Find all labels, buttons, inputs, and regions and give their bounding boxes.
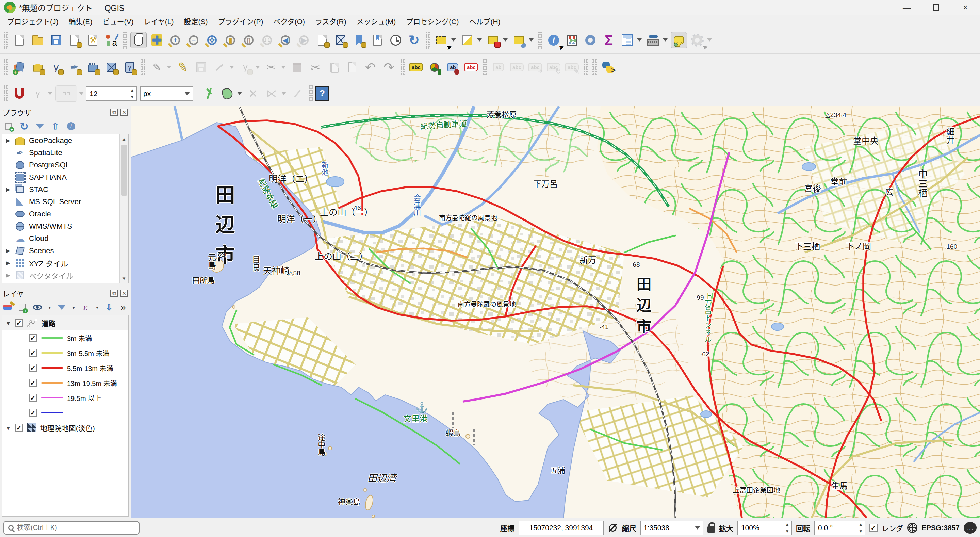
cut-features-button[interactable]: ✂ xyxy=(307,59,324,76)
modify-attributes-button[interactable]: ✂ xyxy=(263,59,279,76)
layer-labeling-button[interactable]: abc xyxy=(408,59,424,76)
lock-scale-icon[interactable] xyxy=(708,526,715,532)
legend-checkbox[interactable]: ✓ xyxy=(29,334,37,342)
layers-filter-expression-button[interactable]: ε xyxy=(82,302,89,312)
browser-item-xyz[interactable]: ▶XYZ タイル xyxy=(2,257,128,269)
zoom-full-extent-button[interactable]: ✥ xyxy=(204,32,220,48)
browser-item-vectortile[interactable]: ▶ベクタタイル xyxy=(2,269,128,281)
statistical-summary-button[interactable] xyxy=(564,32,580,48)
temporal-controller-button[interactable] xyxy=(388,32,404,48)
pin-unpin-labels-button[interactable]: ab xyxy=(490,59,507,76)
toolbar-grip[interactable] xyxy=(309,85,313,102)
show-hide-labels-button[interactable]: abc xyxy=(509,59,525,76)
rotation-spinbox[interactable]: 0.0 ° ▲▼ xyxy=(814,521,865,535)
self-snapping-dropdown[interactable] xyxy=(282,92,286,95)
layer-checkbox[interactable]: ✓ xyxy=(15,424,23,432)
new-project-button[interactable] xyxy=(11,32,27,48)
browser-item-spatialite[interactable]: ✒SpatiaLite xyxy=(2,147,128,159)
snapping-type-button[interactable] xyxy=(56,85,77,102)
layers-overflow-button[interactable]: » xyxy=(119,302,127,312)
layers-visibility-button[interactable] xyxy=(33,302,42,312)
new-virtual-layer-button[interactable] xyxy=(85,59,101,76)
zoom-in-button[interactable]: + xyxy=(167,32,183,48)
rotate-label-button[interactable]: abc↻ xyxy=(546,59,562,76)
browser-scrollbar[interactable]: ▲ ▼ xyxy=(119,134,128,283)
pan-to-selection-button[interactable]: ✚ xyxy=(149,32,165,48)
modify-attributes-dropdown[interactable] xyxy=(281,66,286,69)
new-print-layout-button[interactable] xyxy=(66,32,83,48)
show-spatial-bookmarks-button[interactable] xyxy=(369,32,385,48)
deselect-all-button[interactable] xyxy=(485,32,501,48)
zoom-to-selection-button[interactable]: ▯ xyxy=(240,32,257,48)
legend-item[interactable]: ✓ 3m 未満 xyxy=(2,330,128,346)
map-canvas[interactable]: 田辺市 田辺市 明洋（二） 明洋（一） 上の山（一） 上の山（二） 天神崎 目良… xyxy=(131,106,980,518)
avoid-overlap-dropdown[interactable] xyxy=(237,92,242,95)
zoom-next-button[interactable]: ▶ xyxy=(296,32,312,48)
menu-processing[interactable]: プロセシング(C) xyxy=(401,15,464,27)
toolbar-grip[interactable] xyxy=(141,59,146,76)
locator-search[interactable] xyxy=(3,521,140,535)
select-features-dropdown[interactable] xyxy=(451,38,456,41)
crs-globe-icon[interactable] xyxy=(907,523,917,533)
menu-vector[interactable]: ベクタ(O) xyxy=(269,15,310,27)
legend-item[interactable]: ✓ 13m-19.5m 未満 xyxy=(2,375,128,390)
menu-raster[interactable]: ラスタ(R) xyxy=(310,15,352,27)
measure-button[interactable] xyxy=(645,32,661,48)
style-manager-button[interactable]: a xyxy=(103,32,119,48)
menu-edit[interactable]: 編集(E) xyxy=(64,15,98,27)
select-by-location-button[interactable] xyxy=(511,32,527,48)
zoom-last-button[interactable]: ◀ xyxy=(277,32,294,48)
new-gpx-layer-button[interactable]: γ xyxy=(121,59,138,76)
layer-diagram-button[interactable] xyxy=(426,59,443,76)
toolbar-grip[interactable] xyxy=(425,31,430,49)
snapping-mode-dropdown[interactable] xyxy=(48,92,52,95)
save-layer-edits-button[interactable] xyxy=(193,59,209,76)
refresh-map-button[interactable]: ↻ xyxy=(406,32,422,48)
map-tips-button[interactable] xyxy=(671,32,687,48)
digitize-dropdown[interactable] xyxy=(229,66,234,69)
pin-labels-button[interactable]: ab xyxy=(445,59,461,76)
browser-item-oracle[interactable]: Oracle xyxy=(2,208,128,220)
browser-add-layer-button[interactable]: + xyxy=(3,121,14,131)
toolbar-grip[interactable] xyxy=(482,59,487,76)
paste-features-button[interactable] xyxy=(344,59,360,76)
vertex-tool-button[interactable]: γ xyxy=(237,59,253,76)
toolbar-grip[interactable] xyxy=(3,85,8,102)
new-geopackage-layer-button[interactable] xyxy=(30,59,46,76)
deselect-all-dropdown[interactable] xyxy=(503,38,508,41)
self-snapping-button[interactable]: ⋉ xyxy=(263,85,280,102)
browser-collapse-all-button[interactable]: ⇧ xyxy=(50,121,60,131)
processing-toolbox-button[interactable] xyxy=(582,32,598,48)
browser-properties-button[interactable]: i xyxy=(66,121,76,131)
change-label-button[interactable]: abc✎ xyxy=(564,59,580,76)
legend-checkbox[interactable]: ✓ xyxy=(29,364,37,372)
topological-editing-button[interactable] xyxy=(201,85,217,102)
help-button[interactable]: ? xyxy=(315,86,329,101)
legend-checkbox[interactable]: ✓ xyxy=(29,394,37,402)
menu-settings[interactable]: 設定(S) xyxy=(179,15,213,27)
extents-icon[interactable] xyxy=(608,523,618,533)
scroll-thumb[interactable] xyxy=(121,145,127,196)
legend-item[interactable]: ✓ 19.5m 以上 xyxy=(2,390,128,405)
coordinate-input[interactable]: 15070232, 3991394 xyxy=(519,521,604,535)
current-edits-dropdown[interactable] xyxy=(167,66,172,69)
menu-help[interactable]: ヘルプ(H) xyxy=(464,15,505,27)
legend-item[interactable]: ✓ xyxy=(2,405,128,420)
attribute-table-dropdown[interactable] xyxy=(637,38,642,41)
toolbar-grip[interactable] xyxy=(3,31,8,49)
snapping-intersection-button[interactable]: ✕ xyxy=(245,85,261,102)
layer-row-roads[interactable]: ▼ ✓ 道路 xyxy=(2,316,128,330)
snapping-type-dropdown[interactable] xyxy=(79,92,84,95)
layers-float-button[interactable]: ⧉ xyxy=(110,290,118,297)
avoid-overlap-button[interactable] xyxy=(219,85,235,102)
toolbar-grip[interactable] xyxy=(592,59,597,76)
new-shapefile-layer-button[interactable]: γ xyxy=(48,59,64,76)
browser-item-sap-hana[interactable]: SAP HANA xyxy=(2,171,128,183)
toolbar-grip[interactable] xyxy=(3,59,8,76)
layers-add-group-button[interactable]: + xyxy=(18,302,26,312)
legend-checkbox[interactable]: ✓ xyxy=(29,349,37,357)
toolbar-grip[interactable] xyxy=(123,31,127,49)
redo-button[interactable]: ↷ xyxy=(381,59,397,76)
undo-button[interactable]: ↶ xyxy=(363,59,379,76)
browser-item-wms[interactable]: WMS/WMTS xyxy=(2,220,128,233)
